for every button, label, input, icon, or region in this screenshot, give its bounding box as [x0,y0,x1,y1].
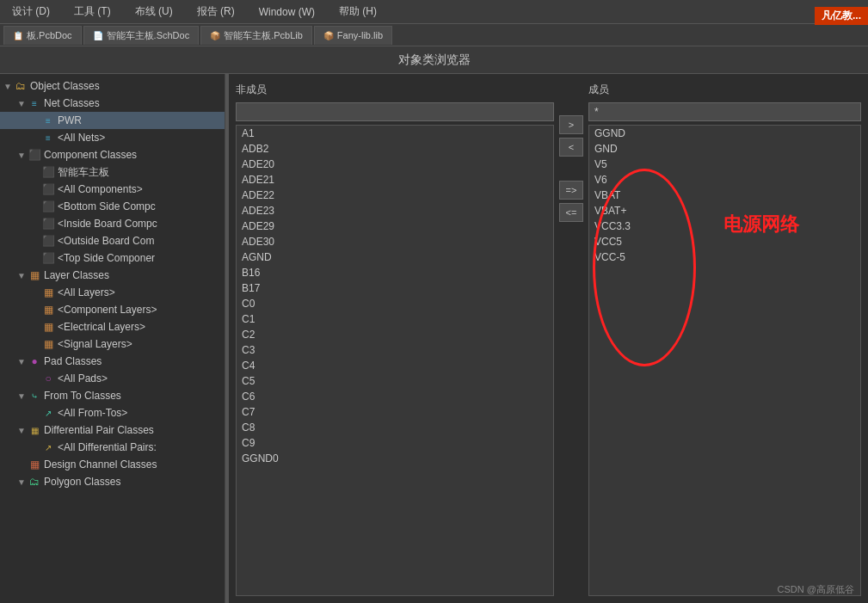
tab-schdoc[interactable]: 📄 智能车主板.SchDoc [83,26,200,45]
tree-item-label: Object Classes [30,80,100,92]
tree-item-icon: ▦ [41,337,55,351]
add-all-button[interactable]: => [559,181,583,200]
tree-item-label: PWR [58,114,82,126]
remove-all-button[interactable]: <= [559,203,583,222]
nonmember-column: 非成员 A1ADB2ADE20ADE21ADE22ADE23ADE29ADE30… [236,81,554,596]
tree-item-icon: ○ [41,372,55,385]
transfer-buttons: > < => <= [554,81,588,596]
tree-item-inside-board[interactable]: ⬛<Inside Board Compc [0,215,225,232]
nonmember-item[interactable]: C8 [237,420,553,435]
nonmember-item[interactable]: C6 [237,389,553,404]
menu-design[interactable]: 设计 (D) [7,3,55,21]
nonmember-item[interactable]: B16 [237,265,553,280]
tab-pcbdoc[interactable]: 📋 板.PcbDoc [3,26,82,45]
tree-item-layer-classes[interactable]: ▼▦Layer Classes [0,267,225,284]
tree-item-pwr[interactable]: ≡PWR [0,112,225,129]
tree-item-pad-classes[interactable]: ▼●Pad Classes [0,353,225,370]
nonmember-item[interactable]: GGND0 [237,451,553,466]
member-item[interactable]: GND [589,141,860,157]
nonmember-item[interactable]: ADE21 [237,172,553,188]
member-item[interactable]: VBAT [589,188,860,203]
tree-item-label: Pad Classes [44,355,102,367]
tree-item-design-channel[interactable]: ▦Design Channel Classes [0,456,225,473]
chevron-icon: ▼ [17,426,28,435]
member-header: 成员 [588,81,861,99]
chevron-icon: ▼ [17,99,28,108]
menu-tools[interactable]: 工具 (T) [69,3,116,21]
remove-button[interactable]: < [559,138,583,157]
member-list: GGNDGNDV5V6VBATVBAT+VCC3.3VCC5VCC-5 [588,125,861,596]
tree-item-label: Layer Classes [44,269,109,281]
tabs-bar: 📋 板.PcbDoc 📄 智能车主板.SchDoc 📦 智能车主板.PcbLib… [0,24,868,46]
member-item[interactable]: VCC-5 [589,249,860,265]
member-item[interactable]: V5 [589,157,860,172]
tab-pcblib[interactable]: 📦 智能车主板.PcbLib [200,26,312,45]
tree-item-net-classes[interactable]: ▼≡Net Classes [0,95,225,112]
nonmember-item[interactable]: ADE29 [237,218,553,234]
tree-item-label: From To Classes [44,390,121,402]
chevron-icon: ▼ [17,391,28,401]
nonmember-item[interactable]: C9 [237,435,553,451]
nonmember-item[interactable]: A1 [237,126,553,141]
nonmember-item[interactable]: C0 [237,296,553,311]
tree-item-label: <All From-Tos> [58,407,127,419]
tree-item-label: Design Channel Classes [44,458,157,471]
main-content: ▼🗂Object Classes▼≡Net Classes≡PWR≡<All N… [0,74,868,603]
tree-item-signal-layers[interactable]: ▦<Signal Layers> [0,335,225,353]
member-item[interactable]: V6 [589,172,860,188]
nonmember-item[interactable]: ADE20 [237,157,553,172]
tree-item-zhiche[interactable]: ⬛智能车主板 [0,163,225,181]
tree-item-all-fromtos[interactable]: ↗<All From-Tos> [0,404,225,421]
menu-help[interactable]: 帮助 (H) [334,3,382,21]
nonmember-item[interactable]: ADE30 [237,234,553,249]
tree-item-icon: ● [28,354,41,368]
add-button[interactable]: > [559,115,583,134]
tree-item-all-layers[interactable]: ▦<All Layers> [0,284,225,301]
tree-item-label: <Outside Board Com [58,235,154,247]
nonmember-list: A1ADB2ADE20ADE21ADE22ADE23ADE29ADE30AGND… [236,125,554,596]
tree-item-all-components[interactable]: ⬛<All Components> [0,181,225,198]
tree-item-polygon-classes[interactable]: ▼🗂Polygon Classes [0,473,225,490]
tree-item-icon: ↗ [41,406,55,420]
nonmember-item[interactable]: AGND [237,249,553,265]
nonmember-item[interactable]: C4 [237,358,553,373]
nonmember-item[interactable]: C7 [237,404,553,420]
tree-item-object-classes[interactable]: ▼🗂Object Classes [0,77,225,95]
nonmember-item[interactable]: C5 [237,373,553,389]
tree-item-bottom-side[interactable]: ⬛<Bottom Side Compc [0,198,225,215]
tree-item-fromto-classes[interactable]: ▼⤷From To Classes [0,387,225,404]
nonmember-item[interactable]: ADB2 [237,141,553,157]
tree-item-all-diff-pairs[interactable]: ↗<All Differential Pairs: [0,439,225,456]
tree-item-diff-pair-classes[interactable]: ▼▦Differential Pair Classes [0,421,225,439]
tree-item-component-classes[interactable]: ▼⬛Component Classes [0,146,225,163]
tree-item-icon: ↗ [41,440,55,454]
nonmember-item[interactable]: ADE22 [237,188,553,203]
nonmember-item[interactable]: C2 [237,327,553,342]
tree-item-all-pads[interactable]: ○<All Pads> [0,370,225,387]
tree-item-icon: ▦ [28,458,41,471]
tree-item-label: <Electrical Layers> [58,321,145,333]
tree-item-all-nets[interactable]: ≡<All Nets> [0,129,225,146]
tree-item-component-layers[interactable]: ▦<Component Layers> [0,301,225,318]
menu-route[interactable]: 布线 (U) [130,3,178,21]
tab-lib[interactable]: 📦 Fany-lib.lib [314,26,392,45]
nonmember-item[interactable]: C1 [237,311,553,327]
nonmember-search[interactable] [236,102,554,121]
nonmember-item[interactable]: B17 [237,280,553,296]
tree-item-icon: ≡ [41,114,55,127]
menu-report[interactable]: 报告 (R) [192,3,240,21]
nonmember-item[interactable]: C3 [237,342,553,358]
tree-item-icon: ▦ [28,268,41,282]
tree-item-electrical-layers[interactable]: ▦<Electrical Layers> [0,318,225,335]
tree-item-outside-board[interactable]: ⬛<Outside Board Com [0,232,225,249]
chevron-icon: ▼ [3,82,14,91]
tree-item-icon: 🗂 [28,475,41,489]
tree-item-top-side[interactable]: ⬛<Top Side Componer [0,249,225,267]
chevron-icon: ▼ [17,357,28,366]
member-item[interactable]: GGND [589,126,860,141]
tree-item-label: 智能车主板 [58,165,109,180]
nonmember-item[interactable]: ADE23 [237,203,553,218]
tree-item-icon: ▦ [41,303,55,317]
tab-pcbdoc-icon: 📋 [13,31,23,40]
menu-window[interactable]: Window (W) [254,4,320,20]
